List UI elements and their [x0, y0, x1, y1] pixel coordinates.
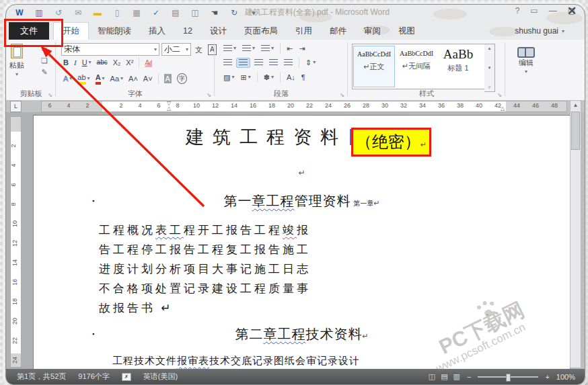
save-icon[interactable]: ▥ [34, 7, 44, 19]
quick-print-icon[interactable]: ▤ [170, 7, 181, 19]
grow-font-button[interactable]: A˄ [126, 73, 140, 84]
proofing-status-icon[interactable]: ✗ [122, 373, 131, 381]
scrollbar-thumb[interactable] [571, 112, 580, 150]
font-color-button[interactable]: A▾ [94, 72, 107, 85]
highlight-qat-icon[interactable]: ▬ [92, 7, 103, 19]
enclose-circle-button[interactable]: 字 [175, 73, 189, 85]
superscript-button[interactable]: X² [124, 57, 135, 68]
paste-qat-icon[interactable]: ▯ [112, 7, 122, 19]
text-effects-button[interactable]: A▾ [61, 73, 74, 84]
close-icon[interactable]: ✕ [567, 4, 577, 18]
tab-引用[interactable]: 引用 [287, 22, 321, 40]
style-card-↵无间隔[interactable]: AaBbCcDdI↵无间隔 [396, 46, 437, 87]
highlight-color-button[interactable]: ab▾ [75, 72, 91, 85]
ribbon-display-options-icon[interactable]: ▭ [530, 6, 538, 15]
style-card-↵正文[interactable]: AaBbCcDdI↵正文 [353, 46, 395, 87]
styles-scroll-icon-1[interactable]: ▾ [488, 65, 491, 71]
scroll-up-icon[interactable]: ▲ [571, 101, 581, 108]
multilevel-list-button[interactable]: ▾ [259, 43, 276, 54]
dialog-launcher-icon[interactable]: ⇘ [340, 92, 344, 98]
zoom-level[interactable]: 100% [556, 373, 575, 381]
subscript-button[interactable]: X₂ [111, 57, 123, 68]
italic-button[interactable]: I [72, 57, 79, 68]
format-painter-button[interactable]: ✎ [38, 68, 50, 77]
shading-button[interactable]: ▨▾ [221, 72, 236, 83]
character-shading-button[interactable]: A [162, 73, 174, 84]
quick-access-toolbar: W▥↺✉▬▯▦✓▤◫☚↻▾ [14, 7, 259, 19]
zoom-out-button[interactable]: − [467, 373, 471, 381]
tab-12[interactable]: 12 [174, 22, 201, 40]
bullet-list-button[interactable]: ▾ [221, 43, 238, 54]
ruler-number: 4 [138, 102, 141, 109]
language-indicator[interactable]: 英语(美国) [143, 372, 178, 382]
page-indicator[interactable]: 第1页，共52页 [17, 372, 66, 382]
font-size-select[interactable]: 小二 ▾ [161, 43, 191, 56]
redo-icon[interactable]: ↻ [229, 7, 240, 19]
strikethrough-button[interactable]: abc [95, 57, 110, 68]
tab-邮件[interactable]: 邮件 [321, 22, 355, 40]
tab-视图[interactable]: 视图 [390, 22, 424, 40]
phonetic-guide-button[interactable]: 文 [193, 43, 205, 56]
tab-智能朗读[interactable]: 智能朗读 [89, 22, 140, 40]
tab-页面布局[interactable]: 页面布局 [235, 22, 287, 40]
styles-scroll-icon-0[interactable]: ▴ [488, 46, 491, 51]
word-logo-icon[interactable]: W [14, 7, 25, 19]
web-layout-button[interactable]: ▥ [453, 372, 460, 381]
underline-button[interactable]: U▾ [80, 57, 94, 68]
decrease-indent-button[interactable]: ⇤ [285, 43, 295, 54]
tab-设计[interactable]: 设计 [201, 22, 235, 40]
dialog-launcher-icon[interactable]: ⇘ [48, 92, 52, 98]
hanging-indent-marker[interactable]: △ [167, 105, 171, 112]
zoom-in-button[interactable]: + [545, 373, 549, 381]
tab-插入[interactable]: 插入 [140, 22, 174, 40]
spelling-icon[interactable]: ✓ [151, 7, 161, 19]
table-qat-icon[interactable]: ▦ [131, 7, 142, 19]
print-layout-button[interactable]: ▤ [441, 372, 447, 381]
distribute-button[interactable] [282, 58, 295, 67]
editing-menu-button[interactable]: 编辑 ▾ [507, 40, 546, 77]
change-case-button[interactable]: Aa▾ [108, 73, 125, 84]
tab-审阅[interactable]: 审阅 [355, 22, 390, 40]
sort-button[interactable]: A↓ [285, 72, 297, 83]
minimize-icon[interactable]: — [549, 6, 557, 15]
document-page[interactable]: 建筑工程资料 （绝密）↵ ↵ ▪ 第一章工程管理资料 第一章↵ 工程概况表工程开… [33, 115, 571, 369]
style-card-标题 1[interactable]: AaBb标题 1 [438, 46, 478, 87]
horizontal-ruler[interactable]: ▽ △ △ 6422468101214161820222426283032343… [41, 101, 567, 112]
doc-text: 技术交底记录图纸会审记录设计 [209, 355, 360, 366]
read-mode-button[interactable]: ◫ [429, 372, 435, 381]
vertical-scrollbar[interactable]: ▲ [570, 100, 581, 368]
justify-button[interactable] [267, 58, 280, 67]
word-count[interactable]: 9176个字 [78, 372, 109, 382]
font-name-select[interactable]: 宋体 ▾ [61, 43, 159, 56]
borders-button-icon: ⊞ [240, 73, 246, 82]
account-menu[interactable]: shushu guai ▾ [515, 22, 564, 40]
ruler-number: 18 [11, 298, 18, 305]
align-right-button[interactable] [252, 58, 265, 67]
select-hand-icon[interactable]: ☚ [209, 7, 220, 19]
zoom-slider-thumb[interactable] [506, 374, 511, 382]
borders-button[interactable]: ⊞▾ [238, 72, 252, 83]
clear-formatting-button[interactable]: A [143, 57, 153, 68]
print-preview-icon[interactable]: ◫ [190, 7, 200, 19]
styles-gallery-scroll[interactable]: ▴▾▿ [484, 44, 495, 92]
line-spacing-button[interactable]: ⇕▾ [303, 57, 318, 68]
email-icon[interactable]: ✉ [73, 7, 83, 19]
zoom-slider[interactable] [478, 376, 538, 378]
align-center-button[interactable] [236, 58, 250, 68]
asian-layout-button[interactable]: ✽▾ [262, 72, 276, 83]
vertical-ruler[interactable]: 24681012141618202224 [10, 116, 22, 368]
ruler-text-area [102, 101, 506, 112]
multilevel-list-button-icon [261, 45, 270, 52]
formatting-marks-button[interactable]: ¶ [299, 72, 307, 83]
bold-button[interactable]: B [61, 57, 71, 68]
align-left-button[interactable] [221, 58, 234, 67]
dialog-launcher-icon[interactable]: ⇘ [497, 92, 502, 98]
number-list-button[interactable]: ▾ [240, 43, 257, 54]
shrink-font-button[interactable]: A˅ [141, 73, 155, 84]
undo-icon[interactable]: ↺ [53, 7, 64, 19]
help-icon[interactable]: ? [515, 6, 520, 15]
tab-stop-selector[interactable]: L [10, 101, 22, 112]
dialog-launcher-icon[interactable]: ⇘ [207, 92, 211, 98]
increase-indent-button[interactable]: ⇥ [297, 43, 307, 54]
copy-button[interactable]: ❏ [38, 56, 50, 65]
